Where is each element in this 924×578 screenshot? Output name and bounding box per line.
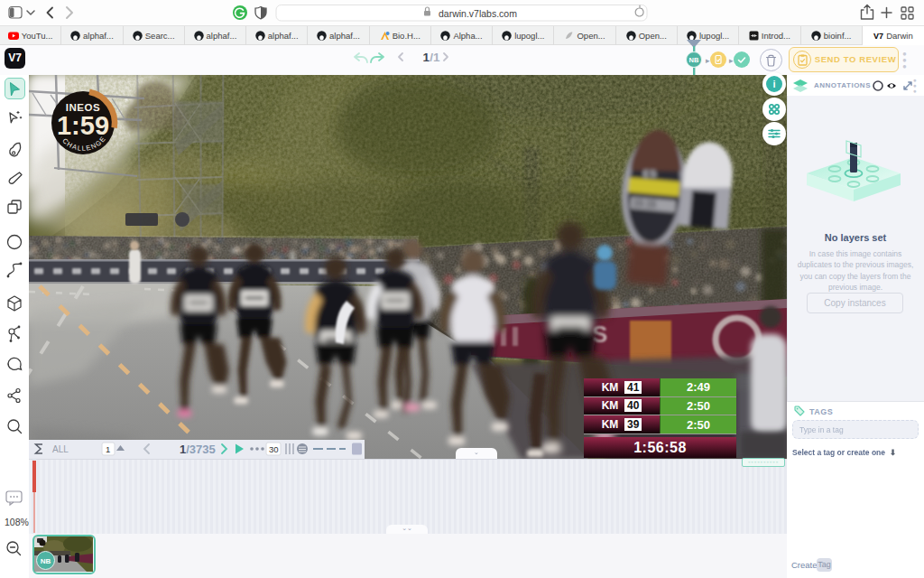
svg-text:15:15: 15:15	[633, 198, 657, 210]
svg-text:ALL: ALL	[52, 444, 69, 454]
svg-text:ES: ES	[643, 168, 657, 179]
svg-text:1/3735: 1/3735	[180, 443, 216, 456]
svg-text:30: 30	[269, 444, 279, 454]
svg-text:1: 1	[106, 444, 110, 454]
